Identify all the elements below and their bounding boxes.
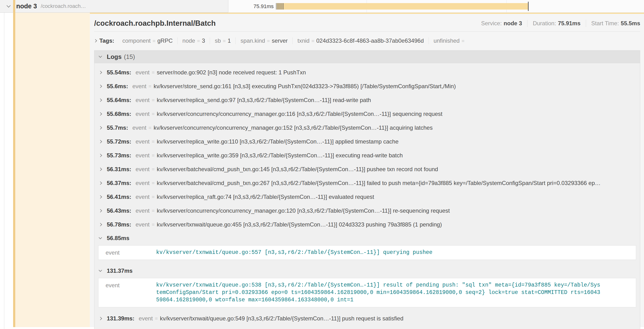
log-value-line: 59864.162819000,0 wto=false max=16043598… [156,296,600,304]
logs-count: (15) [124,53,135,60]
logs-section: Logs (15) 55.54ms: event = server/node.g… [94,50,640,329]
tag-component: component = gRPC [118,38,177,44]
chevron-right-icon[interactable] [99,182,102,185]
log-row-expanded-header[interactable]: 131.37ms [94,264,640,278]
log-timestamp: 55.72ms: [107,138,131,145]
tag-key: component [122,38,151,44]
tag-key: node [182,38,195,44]
span-meta: Service: node 3 Duration: 75.91ms Start … [481,20,640,27]
log-field-key: event [98,249,156,256]
log-row[interactable]: 56.78ms: event = kv/kvserver/txnwait/que… [94,218,640,232]
log-message: kv/kvserver/concurrency/concurrency_mana… [157,110,442,117]
tag-value: 1 [228,38,231,44]
span-detail-tint-column [15,13,90,327]
chevron-right-icon[interactable] [99,85,102,88]
log-field-key: event [136,208,150,214]
logs-header[interactable]: Logs (15) [94,50,640,63]
log-value-line: kv/kvserver/txnwait/queue.go:538 [n3,s3,… [156,282,600,289]
chevron-right-icon[interactable] [99,140,102,143]
tags-label: Tags: [100,38,114,44]
log-field-key: event [136,180,150,186]
equals-sign: = [152,139,154,144]
chevron-down-icon[interactable] [7,4,11,8]
equals-sign: = [152,222,154,228]
log-marker [277,3,278,10]
log-field-key: event [136,194,150,200]
log-message: kv/kvserver/txnwait/queue.go:455 [n3,s3,… [157,221,442,228]
log-timestamp: 56.85ms [107,235,130,242]
log-row[interactable]: 56.41ms: event = kv/kvserver/replica_raf… [94,190,640,204]
chevron-right-icon[interactable] [99,317,102,320]
equals-sign: = [152,97,154,103]
log-rows: 55.54ms: event = server/node.go:902 [n3]… [94,63,640,326]
log-row[interactable]: 131.39ms: event = kv/kvserver/txnwait/qu… [94,312,640,326]
log-row[interactable]: 55.64ms: event = kv/kvserver/replica_sen… [94,93,640,107]
log-message: kv/kvserver/txnwait/queue.go:549 [n3,s3,… [160,315,403,322]
log-field-key: event [136,152,150,159]
log-field-key: event [132,124,146,131]
equals-sign: = [155,316,158,321]
log-marker [282,3,282,10]
logs-title: Logs [107,53,122,60]
span-duration-bar[interactable] [277,3,529,10]
chevron-right-icon[interactable] [99,112,102,116]
log-marker [281,3,281,10]
chevron-right-icon[interactable] [99,98,102,102]
chevron-right-icon[interactable] [99,168,102,171]
log-timestamp: 55.64ms: [107,97,131,104]
log-row[interactable]: 56.31ms: event = kv/kvserver/batcheval/c… [94,162,640,176]
log-timestamp: 131.39ms: [107,315,134,322]
duration-value: 75.91ms [558,20,580,27]
span-name-cell[interactable]: node 3 /cockroach.roach… [0,0,228,13]
log-field-key: event [98,282,156,304]
log-timestamp: 55.68ms: [107,110,131,117]
log-field-key: event [136,166,150,172]
log-row[interactable]: 56.43ms: event = kv/kvserver/concurrency… [94,204,640,218]
log-row[interactable]: 55.54ms: event = server/node.go:902 [n3]… [94,66,640,80]
chevron-right-icon[interactable] [99,126,102,130]
chevron-down-icon[interactable] [99,268,102,272]
log-timestamp: 56.78ms: [107,221,131,228]
log-row[interactable]: 56.37ms: event = kv/kvserver/batcheval/c… [94,176,640,190]
chevron-right-icon[interactable] [99,71,102,74]
chevron-right-icon[interactable] [99,154,102,157]
log-marker [278,3,279,10]
log-row[interactable]: 55.72ms: event = kv/kvserver/replica_wri… [94,135,640,148]
log-marker-end [528,2,529,11]
log-row[interactable]: 55.68ms: event = kv/kvserver/concurrency… [94,107,640,121]
log-row[interactable]: 55.73ms: event = kv/kvserver/replica_wri… [94,148,640,162]
equals-sign: = [152,166,154,172]
log-row[interactable]: 55.6ms: event = kv/kvserver/store_send.g… [94,80,640,93]
log-timestamp: 55.7ms: [107,124,128,131]
log-row-expanded-header[interactable]: 56.85ms [94,232,640,245]
chevron-right-icon[interactable] [99,209,102,212]
log-row[interactable]: 55.7ms: event = kv/kvserver/concurrency/… [94,121,640,135]
span-service-name: node 3 [16,2,37,10]
span-color-stripe [13,0,15,327]
chevron-down-icon[interactable] [99,54,102,58]
log-marker [283,3,284,10]
chevron-right-icon[interactable] [99,195,102,198]
service-label: Service: [481,20,502,27]
equals-sign: = [152,194,154,200]
log-field-key: event [136,97,150,104]
span-operation-name: /cockroach.roach… [41,3,86,9]
log-timestamp: 55.73ms: [107,152,131,159]
chevron-right-icon[interactable] [99,223,102,226]
trace-span-row[interactable]: node 3 /cockroach.roach… 75.91ms [0,0,644,13]
equals-sign: = [152,152,154,158]
log-timestamp: 56.37ms: [107,180,131,186]
meta-separator [586,20,586,27]
equals-sign: = [152,70,154,75]
chevron-right-icon[interactable] [94,39,97,42]
equals-sign: = [267,38,270,44]
tag-key: unfinished [434,38,460,44]
log-message: server/node.go:902 [n3] node received re… [157,69,306,76]
log-message: kv/kvserver/batcheval/cmd_push_txn.go:14… [157,166,438,172]
tags-row[interactable]: Tags: component = gRPC node = 3 sb = 1 s… [94,36,640,46]
chevron-down-icon[interactable] [99,236,102,239]
span-timeline-cell[interactable]: 75.91ms [228,0,644,13]
equals-sign: = [197,38,200,44]
tag-node: node = 3 [177,38,210,44]
duration-label: Duration: [533,20,556,27]
